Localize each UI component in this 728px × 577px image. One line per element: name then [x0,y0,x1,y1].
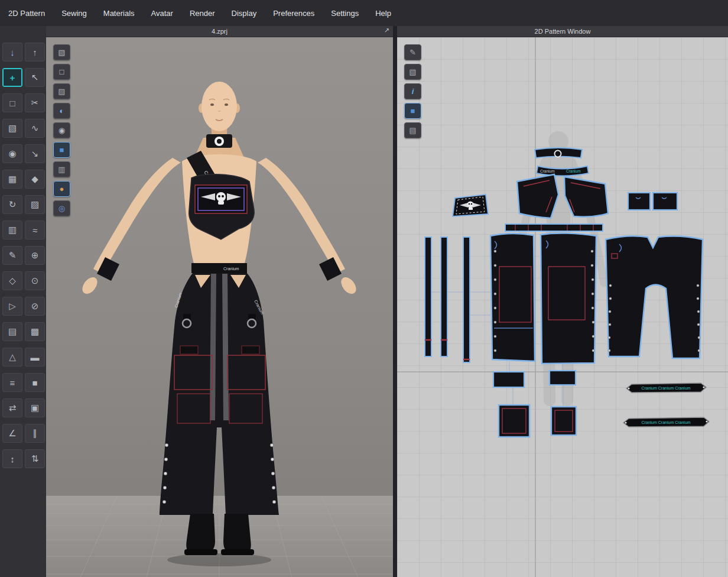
rotate-icon[interactable]: ↻ [2,195,22,214]
button-icon[interactable]: ⊙ [25,271,45,290]
band-icon[interactable]: ▬ [25,348,45,367]
segment-sewing-icon[interactable]: ▥ [2,221,22,239]
restore-window-icon[interactable]: ↗ [384,27,389,34]
panel-divider[interactable] [393,26,397,577]
edit-sewing-icon[interactable]: ✎ [2,246,22,265]
buttonhole-icon[interactable]: ⊘ [25,297,45,316]
pattern-piece-strap-1[interactable] [425,237,431,356]
workspace: ↓ ↑ + ↖ □ [0,26,728,577]
layer-icon[interactable]: ▤ [2,322,22,341]
cut-icon[interactable]: ✂ [25,93,45,112]
parallel-icon[interactable]: ∥ [25,424,45,443]
pattern-piece-pants-back[interactable] [606,236,703,358]
stitch-icon[interactable]: ◇ [2,271,22,290]
simulate-icon[interactable]: ↓ [2,43,22,61]
show-garment-icon[interactable]: ▧ [53,44,70,60]
pattern-piece-brand-waistband-1[interactable]: Cranium Cranium Cranium [626,383,706,393]
tool-glyph: ↻ [9,199,17,210]
pattern-piece-pocket-flap-right[interactable] [550,371,576,385]
pattern-piece-pocket-left[interactable] [499,405,529,437]
viewport-3d-titlebar: 4.zprj ↗ [46,26,393,37]
pattern-piece-brand-waistband-2[interactable]: Cranium Cranium Cranium [623,417,709,427]
pattern-info-icon[interactable]: i [404,83,421,99]
pattern-piece-cuff-right[interactable] [653,193,677,210]
show-avatar-icon[interactable]: ● [53,181,70,197]
application-window: 2D Pattern Sewing Materials Avatar Rende… [0,0,728,577]
pattern-piece-pocket-right[interactable] [551,407,576,435]
steam-icon[interactable]: ≈ [25,221,45,239]
list-icon[interactable]: ≡ [2,373,22,392]
angle-icon[interactable]: ∠ [2,424,22,443]
menu-materials[interactable]: Materials [95,0,143,26]
add-point-icon[interactable]: ⊕ [25,246,45,265]
pattern-piece-waistband-strip[interactable] [505,224,603,231]
environment-icon[interactable]: ◎ [53,200,70,216]
gizmo-arrow-icon[interactable]: ↘ [25,144,45,163]
show-pattern-outline-icon[interactable]: □ [53,64,70,80]
svg-text:Cranium Cranium Cranium: Cranium Cranium Cranium [641,386,690,390]
swap-icon[interactable]: ⇄ [2,398,22,417]
pattern-piece-strap-2[interactable] [441,237,447,356]
avatar-pose-icon[interactable]: ↑ [25,43,45,61]
pattern-piece-pants-front-left[interactable] [490,234,535,361]
tool-glyph: ▷ [9,301,16,312]
garment-icon[interactable]: ▧ [2,119,22,138]
brush-icon[interactable]: ✎ [404,44,421,60]
menu-avatar[interactable]: Avatar [143,0,181,26]
menu-display[interactable]: Display [223,0,265,26]
grid-icon[interactable]: ▣ [25,398,45,417]
viewport-2d-canvas[interactable]: ✎ ▧ i ■ [397,37,728,577]
garment-thickness-icon[interactable]: ▨ [53,83,70,99]
svg-text:Cranium: Cranium [566,169,581,173]
tool-glyph: ▤ [8,326,17,337]
show-2d-garment-icon[interactable]: ▧ [404,64,421,80]
pin-icon[interactable]: ◉ [2,144,22,163]
select-cursor-icon[interactable]: ↖ [25,68,45,87]
pattern-piece-top-left[interactable] [517,174,558,218]
point-icon[interactable]: ◆ [25,170,45,189]
left-eye [210,103,214,106]
pattern-piece-cuff-left[interactable] [628,193,650,210]
tool-glyph: ◆ [31,174,38,184]
updown-icon[interactable]: ↕ [2,449,22,468]
play-icon[interactable]: ▷ [2,297,22,316]
tool-glyph: ▧ [58,48,65,57]
arrangement-icon[interactable]: ▦ [2,170,22,189]
tool-glyph: ▬ [31,352,40,362]
tool-glyph: ⊘ [31,301,39,312]
menu-help[interactable]: Help [367,0,399,26]
pattern-piece-strap-3[interactable] [463,237,470,362]
menu-item-label: Settings [331,9,359,18]
fold-icon[interactable]: △ [2,348,22,367]
quilt-icon[interactable]: ▩ [25,322,45,341]
sewing-curve-icon[interactable]: ∿ [25,119,45,138]
viewport-3d-canvas[interactable]: ▧ □ ▨ ◐ [46,37,393,577]
sort-icon[interactable]: ⇅ [25,449,45,468]
texture-half-icon[interactable]: ◐ [53,103,70,119]
menu-settings[interactable]: Settings [323,0,367,26]
pattern-piece-top-right[interactable] [564,177,608,217]
solid-view-icon[interactable]: ■ [25,373,45,392]
base-fabric-icon[interactable]: ▤ [404,122,421,138]
pattern-piece-choker[interactable] [535,148,582,158]
pattern-piece-skull-patch[interactable] [453,195,488,216]
viewport-2d-panel: 2D Pattern Window ✎ ▧ i [397,26,728,577]
tool-glyph: ≡ [10,378,15,388]
textured-view-icon[interactable]: ■ [53,142,70,158]
mesh-view-icon[interactable]: ▥ [53,161,70,177]
fabric-icon[interactable]: ▨ [25,195,45,214]
menu-sewing[interactable]: Sewing [53,0,95,26]
menu-preferences[interactable]: Preferences [265,0,323,26]
pattern-piece-pants-front-right[interactable] [541,234,596,364]
menu-2d-pattern[interactable]: 2D Pattern [0,0,53,26]
svg-text:Cranium: Cranium [540,169,555,173]
mannequin-icon[interactable]: ◉ [53,122,70,138]
tool-glyph: ● [60,184,64,193]
rect-select-icon[interactable]: □ [2,93,22,112]
viewport-2d-titlebar: 2D Pattern Window [397,26,728,37]
select-move-icon[interactable]: + [2,68,22,87]
pattern-piece-pocket-flap-left[interactable] [493,372,524,387]
menu-render[interactable]: Render [181,0,223,26]
choker[interactable] [206,134,232,148]
textured-pattern-icon[interactable]: ■ [404,103,421,119]
